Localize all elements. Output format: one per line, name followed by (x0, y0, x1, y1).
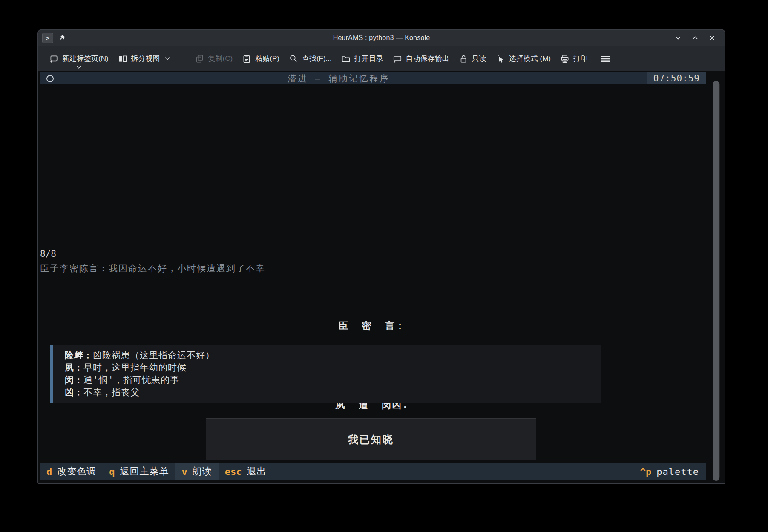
annotation-line: 险衅：凶险祸患（这里指命运不好） (65, 349, 601, 362)
select-mode-label: 选择模式 (M) (509, 54, 551, 63)
scrollbar-thumb[interactable] (713, 81, 719, 481)
close-button[interactable] (707, 32, 718, 43)
footer-key-main-menu[interactable]: q 返回主菜单 (103, 463, 175, 480)
new-tab-dropdown-chevron-icon[interactable] (77, 66, 81, 69)
paste-label: 粘贴(P) (255, 54, 279, 63)
print-label: 打印 (573, 54, 588, 63)
minimize-button[interactable] (673, 32, 684, 43)
terminal-area[interactable]: 潜进 – 辅助记忆程序 07:50:59 8/8 臣子李密陈言：我因命运不好，小… (38, 71, 725, 483)
chevron-down-icon (675, 35, 682, 41)
monitor-icon (393, 54, 402, 63)
tui-header: 潜进 – 辅助记忆程序 07:50:59 (40, 72, 706, 84)
footer-key-palette[interactable]: ^p palette (633, 466, 706, 477)
lock-open-icon (459, 54, 468, 63)
toolbar: 新建标签页(N) 拆分视图 复制 (38, 46, 725, 71)
autosave-output-button[interactable]: 自动保存输出 (388, 49, 454, 68)
hint-translation: 臣子李密陈言：我因命运不好，小时候遭遇到了不幸 (40, 262, 265, 274)
folder-icon (341, 54, 351, 63)
search-icon (289, 54, 298, 63)
new-tab-icon (49, 54, 58, 63)
cursor-icon (496, 54, 505, 63)
menu-button[interactable] (596, 49, 616, 68)
acknowledge-button[interactable]: 我已知晓 (206, 418, 536, 460)
annotation-line: 闵：通'悯'，指可忧患的事 (65, 374, 601, 386)
pin-icon (58, 34, 66, 42)
footer-key-change-theme[interactable]: d 改变色调 (40, 463, 103, 480)
open-directory-label: 打开目录 (354, 54, 383, 63)
autosave-output-label: 自动保存输出 (406, 54, 449, 63)
tui-app: 潜进 – 辅助记忆程序 07:50:59 8/8 臣子李密陈言：我因命运不好，小… (38, 71, 706, 483)
copy-icon (195, 54, 204, 63)
footer-key-read-aloud[interactable]: v 朗读 (175, 463, 219, 480)
annotation-box: 险衅：凶险祸患（这里指命运不好） 夙：早时，这里指年幼的时候 闵：通'悯'，指可… (50, 345, 601, 403)
tui-app-title: 潜进 – 辅助记忆程序 (40, 73, 638, 84)
new-tab-label: 新建标签页(N) (62, 54, 109, 63)
find-button[interactable]: 查找(F)... (284, 49, 337, 68)
footer-key-exit[interactable]: esc 退出 (219, 463, 273, 480)
copy-button: 复制(C) (190, 49, 238, 68)
clock: 07:50:59 (647, 72, 706, 84)
split-view-icon (118, 54, 127, 63)
annotation-line: 凶：不幸，指丧父 (65, 386, 601, 399)
open-directory-button[interactable]: 打开目录 (337, 49, 388, 68)
tui-footer: d 改变色调 q 返回主菜单 v 朗读 esc 退出 (40, 463, 706, 480)
read-only-button[interactable]: 只读 (454, 49, 491, 68)
print-button[interactable]: 打印 (555, 49, 593, 68)
window-title: HeurAMS : python3 — Konsole (38, 34, 725, 42)
find-label: 查找(F)... (302, 54, 332, 63)
annotation-line: 夙：早时，这里指年幼的时候 (65, 362, 601, 374)
titlebar[interactable]: > HeurAMS : python3 — Konsole (38, 30, 725, 46)
konsole-window: > HeurAMS : python3 — Konsole (37, 29, 725, 484)
verse-line-1: 臣 密 言： (38, 319, 706, 332)
konsole-app-icon: > (42, 33, 53, 43)
chevron-up-icon (692, 35, 699, 41)
paste-icon (242, 54, 251, 63)
copy-label: 复制(C) (208, 54, 233, 63)
progress-counter: 8/8 (40, 249, 56, 259)
split-view-label: 拆分视图 (131, 54, 160, 63)
split-view-chevron-icon[interactable] (165, 57, 170, 60)
scrollbar-track[interactable] (706, 71, 725, 483)
hamburger-menu-icon (600, 55, 611, 63)
printer-icon (560, 54, 570, 63)
paste-button[interactable]: 粘贴(P) (237, 49, 284, 68)
maximize-button[interactable] (690, 32, 701, 43)
new-tab-button[interactable]: 新建标签页(N) (44, 49, 113, 68)
close-icon (709, 35, 716, 41)
select-mode-button[interactable]: 选择模式 (M) (491, 49, 555, 68)
read-only-label: 只读 (472, 54, 486, 63)
split-view-button[interactable]: 拆分视图 (113, 49, 175, 68)
